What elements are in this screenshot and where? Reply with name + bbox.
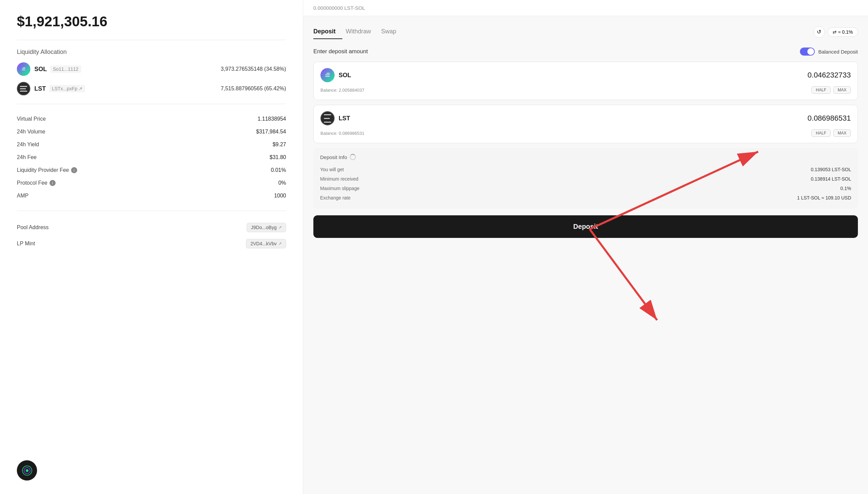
tabs-row: Deposit Withdraw Swap ↺ ⇄ ≈ 0.1% — [313, 25, 858, 39]
protocol-fee-info-icon[interactable]: i — [50, 180, 56, 186]
sol-balance-buttons: HALF MAX — [811, 86, 851, 94]
deposit-info-label: Deposit Info — [320, 154, 347, 160]
sol-balance-text: Balance: 2.005884037 — [321, 88, 364, 93]
lst-lines-icon — [20, 86, 27, 92]
slippage-icon: ⇄ — [833, 29, 837, 35]
deposit-info-row-1: Minimum received 0.138914 LST-SOL — [320, 174, 851, 184]
pool-address-external-icon: ↗ — [278, 225, 282, 230]
left-panel: $1,921,305.16 Liquidity Allocation SOL S… — [0, 0, 303, 494]
deposit-info-value-3: 1 LST-SOL ≈ 109.10 USD — [797, 195, 851, 201]
token-row-sol: SOL So11...1112 3,973.276535148 (34.58%) — [17, 62, 286, 76]
stat-liquidity-provider-fee-value: 0.01% — [271, 167, 286, 173]
token-row-lst: LST LSTx...pxFp ↗ 7,515.887960565 (65.42… — [17, 82, 286, 95]
sol-icon-inner — [19, 64, 28, 74]
toggle-knob — [807, 48, 814, 55]
stat-protocol-fee-label: Protocol Fee i — [17, 180, 56, 186]
deposit-info-label-2: Maximum slippage — [320, 186, 360, 191]
lst-line-1 — [20, 86, 27, 87]
stat-protocol-fee: Protocol Fee i 0% — [17, 176, 286, 189]
lst-token-address[interactable]: LSTx...pxFp ↗ — [49, 85, 85, 92]
deposit-info-value-2: 0.1% — [841, 186, 851, 191]
stat-24h-fee-value: $31.80 — [270, 154, 286, 160]
lst-input-lines-icon — [324, 114, 331, 123]
lst-line-2 — [20, 88, 26, 89]
top-bar-text: 0.000000000 LST-SOL — [313, 5, 365, 11]
liquidity-provider-fee-info-icon[interactable]: i — [71, 167, 77, 173]
deposit-info-value-1: 0.138914 LST-SOL — [811, 176, 851, 182]
stat-24h-yield-label: 24h Yield — [17, 141, 39, 148]
deposit-info-label-1: Minimum received — [320, 176, 359, 182]
sol-token-name: SOL — [34, 66, 47, 73]
lst-input-name: LST — [339, 115, 350, 122]
lst-line-b — [324, 118, 330, 119]
pool-address-badge[interactable]: J9Do...oByg ↗ — [247, 223, 286, 232]
divider-top — [17, 40, 286, 40]
deposit-info-label-3: Exchange rate — [320, 195, 350, 201]
deposit-info-row-3: Exchange rate 1 LST-SOL ≈ 109.10 USD — [320, 193, 851, 203]
enter-deposit-label: Enter deposit amount — [313, 48, 368, 55]
sol-input-amount[interactable]: 0.046232733 — [808, 71, 851, 79]
slippage-value: ≈ 0.1% — [838, 29, 853, 35]
right-content: Deposit Withdraw Swap ↺ ⇄ ≈ 0.1% Enter d… — [303, 16, 868, 494]
balanced-deposit-toggle-container: Balanced Deposit — [800, 48, 858, 56]
deposit-label-row: Enter deposit amount Balanced Deposit — [313, 48, 858, 56]
lst-balance-text: Balance: 0.086986531 — [321, 131, 364, 136]
deposit-button[interactable]: Deposit — [313, 215, 858, 238]
sol-half-button[interactable]: HALF — [811, 86, 831, 94]
stat-24h-volume: 24h Volume $317,984.54 — [17, 125, 286, 138]
refresh-button[interactable]: ↺ — [813, 26, 825, 38]
stat-24h-yield: 24h Yield $9.27 — [17, 138, 286, 151]
top-bar: 0.000000000 LST-SOL — [303, 0, 868, 16]
balanced-deposit-toggle[interactable] — [800, 48, 815, 56]
sol-input-left: SOL — [321, 68, 351, 82]
lst-input-icon — [321, 111, 334, 125]
sol-input-name: SOL — [339, 72, 351, 79]
page-title: $1,921,305.16 — [17, 14, 286, 30]
divider-addresses — [17, 211, 286, 211]
lst-max-button[interactable]: MAX — [833, 129, 851, 137]
bottom-logo — [17, 460, 37, 480]
stat-liquidity-provider-fee: Liquidity Provider Fee i 0.01% — [17, 164, 286, 176]
stat-amp-label: AMP — [17, 193, 28, 199]
stat-24h-yield-value: $9.27 — [273, 141, 286, 148]
lst-token-name: LST — [34, 85, 46, 92]
lst-input-amount[interactable]: 0.086986531 — [808, 114, 851, 123]
lst-half-button[interactable]: HALF — [811, 129, 831, 137]
svg-point-3 — [25, 469, 28, 472]
tab-withdraw[interactable]: Withdraw — [346, 25, 378, 39]
sol-token-address[interactable]: So11...1112 — [50, 65, 81, 73]
lst-balance-row: Balance: 0.086986531 HALF MAX — [321, 129, 851, 137]
lp-mint-label: LP Mint — [17, 241, 35, 247]
lp-mint-row: LP Mint 2VD4...kVbv ↗ — [17, 235, 286, 252]
stat-24h-volume-value: $317,984.54 — [256, 129, 286, 135]
tab-swap[interactable]: Swap — [381, 25, 403, 39]
pool-address-label: Pool Address — [17, 224, 49, 230]
stat-virtual-price-value: 1.11838954 — [257, 116, 286, 122]
deposit-info-section: Deposit Info You will get 0.139053 LST-S… — [313, 148, 858, 209]
deposit-info-value-0: 0.139053 LST-SOL — [811, 167, 851, 172]
deposit-info-row-2: Maximum slippage 0.1% — [320, 184, 851, 193]
lst-line-3 — [20, 91, 27, 92]
sol-input-icon — [321, 68, 334, 82]
deposit-info-row-0: You will get 0.139053 LST-SOL — [320, 165, 851, 174]
sol-input-row: SOL 0.046232733 — [321, 68, 851, 82]
stat-amp-value: 1000 — [274, 193, 286, 199]
lst-token-icon — [17, 82, 30, 95]
sol-max-button[interactable]: MAX — [833, 86, 851, 94]
sol-balance-row: Balance: 2.005884037 HALF MAX — [321, 86, 851, 94]
slippage-button[interactable]: ⇄ ≈ 0.1% — [828, 27, 858, 37]
lp-mint-badge[interactable]: 2VD4...kVbv ↗ — [246, 239, 286, 248]
stats-section: Virtual Price 1.11838954 24h Volume $317… — [17, 113, 286, 202]
tab-deposit[interactable]: Deposit — [313, 25, 342, 39]
stat-amp: AMP 1000 — [17, 189, 286, 202]
stat-virtual-price: Virtual Price 1.11838954 — [17, 113, 286, 125]
deposit-info-spinner — [350, 154, 356, 160]
sol-input-card: SOL 0.046232733 Balance: 2.005884037 HAL… — [313, 62, 858, 100]
deposit-info-label-0: You will get — [320, 167, 344, 172]
lst-icon-inner — [19, 83, 28, 94]
lst-token-amount: 7,515.887960565 (65.42%) — [221, 86, 286, 92]
stat-24h-volume-label: 24h Volume — [17, 129, 45, 135]
lst-input-card: LST 0.086986531 Balance: 0.086986531 HAL… — [313, 105, 858, 143]
lst-input-left: LST — [321, 111, 350, 125]
balanced-deposit-label: Balanced Deposit — [818, 49, 858, 55]
